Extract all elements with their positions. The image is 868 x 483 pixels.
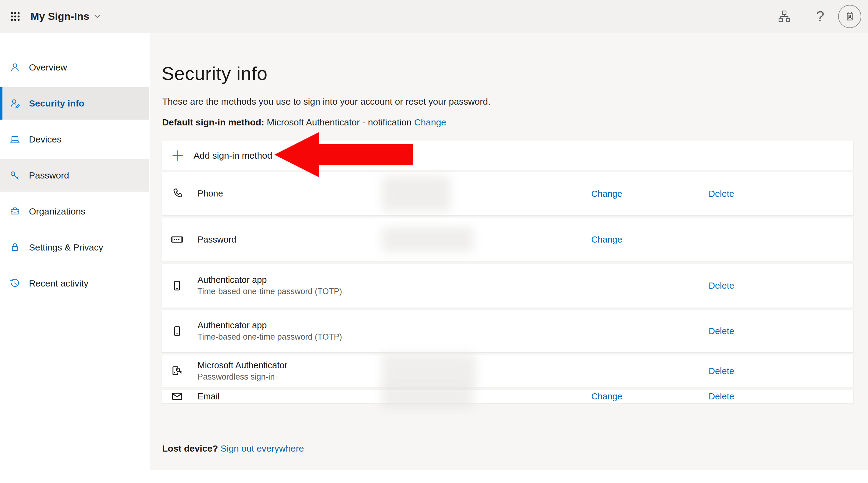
app-launcher-button[interactable] bbox=[0, 0, 30, 33]
sidebar-nav: OverviewSecurity infoDevicesPasswordOrga… bbox=[0, 33, 149, 483]
method-text: Password bbox=[197, 235, 236, 245]
add-signin-method-label: Add sign-in method bbox=[193, 150, 273, 161]
organization-switch-button[interactable] bbox=[766, 0, 802, 33]
delete-link[interactable]: Delete bbox=[709, 281, 734, 291]
delete-link[interactable]: Delete bbox=[709, 392, 734, 401]
method-text: Phone bbox=[197, 189, 223, 199]
method-label: Email bbox=[197, 392, 220, 401]
app-title-menu[interactable]: My Sign-Ins bbox=[30, 10, 100, 22]
history-icon bbox=[9, 278, 21, 289]
sidebar-item-label: Recent activity bbox=[29, 278, 88, 289]
app-launcher-icon bbox=[10, 11, 21, 22]
phone-handset-icon bbox=[170, 187, 184, 200]
page-title: Security info bbox=[161, 62, 268, 84]
redacted-value bbox=[382, 384, 473, 408]
person-icon bbox=[9, 62, 21, 73]
method-label: Authenticator app bbox=[197, 320, 342, 331]
sidebar-item-overview[interactable]: Overview bbox=[0, 51, 149, 84]
sidebar-item-password[interactable]: Password bbox=[0, 159, 149, 192]
plus-icon bbox=[171, 149, 184, 162]
person-edit-icon bbox=[9, 97, 21, 109]
page-description: These are the methods you use to sign in… bbox=[162, 96, 490, 107]
sidebar-item-label: Devices bbox=[29, 134, 62, 145]
method-text: Authenticator appTime-based one-time pas… bbox=[197, 275, 342, 296]
method-label: Phone bbox=[197, 189, 223, 199]
method-sublabel: Passwordless sign-in bbox=[197, 372, 287, 382]
method-sublabel: Time-based one-time password (TOTP) bbox=[197, 332, 342, 342]
signin-methods-table: Add sign-in method PhoneChangeDeletePass… bbox=[161, 141, 854, 405]
sidebar-item-label: Security info bbox=[29, 98, 85, 109]
sign-out-everywhere-link[interactable]: Sign out everywhere bbox=[221, 443, 304, 453]
method-label: Password bbox=[197, 235, 236, 245]
redacted-value bbox=[382, 227, 473, 252]
device-key-icon bbox=[170, 364, 184, 378]
method-text: Email bbox=[197, 392, 220, 401]
sidebar-item-settings-and-privacy[interactable]: Settings & Privacy bbox=[0, 231, 149, 264]
sidebar-item-label: Password bbox=[29, 170, 69, 181]
app-title: My Sign-Ins bbox=[30, 10, 89, 22]
mobile-device-icon bbox=[170, 324, 184, 338]
sidebar-item-label: Organizations bbox=[29, 206, 85, 217]
redacted-value bbox=[382, 353, 476, 389]
delete-link[interactable]: Delete bbox=[709, 189, 734, 199]
delete-link[interactable]: Delete bbox=[709, 366, 734, 376]
change-link[interactable]: Change bbox=[591, 392, 622, 401]
mobile-device-icon bbox=[170, 279, 184, 292]
password-field-icon bbox=[170, 233, 184, 246]
sidebar-item-label: Overview bbox=[29, 62, 67, 73]
method-label: Microsoft Authenticator bbox=[197, 360, 287, 370]
method-row-authenticator-app: Authenticator appTime-based one-time pas… bbox=[161, 310, 854, 352]
chevron-down-icon bbox=[94, 15, 100, 18]
method-row-authenticator-app: Authenticator appTime-based one-time pas… bbox=[161, 264, 854, 308]
main-content: Security info These are the methods you … bbox=[150, 33, 868, 470]
method-label: Authenticator app bbox=[197, 275, 342, 285]
method-row-password: PasswordChange bbox=[161, 218, 854, 261]
sidebar-item-recent-activity[interactable]: Recent activity bbox=[0, 267, 149, 300]
avatar-badge-icon bbox=[844, 10, 856, 23]
sidebar-item-organizations[interactable]: Organizations bbox=[0, 195, 149, 228]
envelope-icon bbox=[170, 390, 184, 403]
default-signin-line: Default sign-in method: Microsoft Authen… bbox=[162, 117, 446, 127]
lost-device-label: Lost device? bbox=[162, 443, 218, 453]
method-row-email: EmailChangeDelete bbox=[161, 390, 854, 403]
org-chart-icon bbox=[777, 10, 791, 23]
change-link[interactable]: Change bbox=[591, 189, 622, 199]
method-sublabel: Time-based one-time password (TOTP) bbox=[197, 287, 342, 296]
default-signin-value: Microsoft Authenticator - notification bbox=[267, 117, 411, 127]
help-icon: ? bbox=[816, 8, 825, 25]
method-text: Microsoft AuthenticatorPasswordless sign… bbox=[197, 360, 287, 382]
method-text: Authenticator appTime-based one-time pas… bbox=[197, 320, 342, 342]
lost-device-line: Lost device? Sign out everywhere bbox=[162, 443, 304, 454]
top-bar: My Sign-Ins ? bbox=[0, 0, 868, 33]
method-row-microsoft-authenticator: Microsoft AuthenticatorPasswordless sign… bbox=[161, 354, 854, 388]
delete-link[interactable]: Delete bbox=[709, 326, 734, 336]
briefcase-icon bbox=[9, 206, 21, 217]
method-row-phone: PhoneChangeDelete bbox=[161, 172, 854, 216]
add-signin-method-button[interactable]: Add sign-in method bbox=[161, 141, 854, 170]
account-avatar[interactable] bbox=[838, 5, 861, 28]
key-icon bbox=[9, 170, 21, 181]
top-bar-actions: ? bbox=[766, 0, 868, 33]
change-link[interactable]: Change bbox=[591, 235, 622, 245]
lock-icon bbox=[9, 242, 21, 253]
help-button[interactable]: ? bbox=[802, 0, 838, 33]
sidebar-item-label: Settings & Privacy bbox=[29, 242, 103, 253]
sidebar-item-security-info[interactable]: Security info bbox=[0, 87, 149, 120]
default-signin-change-link[interactable]: Change bbox=[414, 117, 446, 127]
redacted-value bbox=[382, 176, 451, 211]
sidebar-item-devices[interactable]: Devices bbox=[0, 123, 149, 155]
default-signin-label: Default sign-in method: bbox=[162, 117, 264, 127]
laptop-icon bbox=[9, 134, 21, 145]
